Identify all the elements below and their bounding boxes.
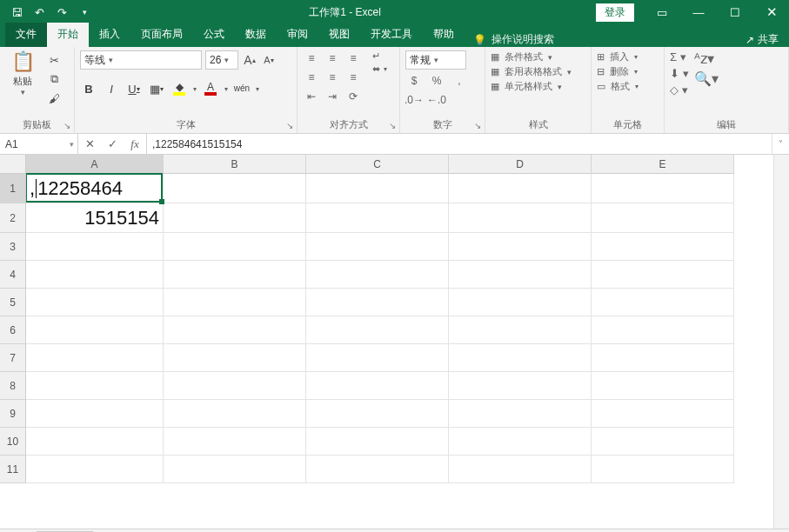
- paste-button[interactable]: 📋 粘贴 ▾: [5, 50, 40, 96]
- fill-color-button[interactable]: ◆: [171, 80, 188, 97]
- row-header-3[interactable]: 3: [0, 233, 26, 261]
- cell-c3[interactable]: [306, 233, 449, 261]
- row-header-11[interactable]: 11: [0, 456, 26, 483]
- cell-c10[interactable]: [306, 428, 449, 456]
- accounting-format-icon[interactable]: $: [405, 73, 423, 89]
- tab-home[interactable]: 开始: [47, 23, 89, 47]
- cell-a2[interactable]: 1515154: [26, 203, 164, 233]
- cell-a7[interactable]: [26, 344, 164, 372]
- cell-e3[interactable]: [592, 233, 734, 261]
- row-header-6[interactable]: 6: [0, 316, 26, 344]
- align-left-icon[interactable]: ≡: [303, 70, 320, 85]
- row-header-5[interactable]: 5: [0, 289, 26, 316]
- cell-c7[interactable]: [306, 344, 449, 372]
- formula-input[interactable]: ,122584641515154: [147, 134, 772, 154]
- number-format-combo[interactable]: 常规 ▾: [405, 50, 466, 70]
- cell-a11[interactable]: [26, 456, 164, 483]
- dialog-launcher-icon[interactable]: ↘: [64, 121, 70, 130]
- cell-c9[interactable]: [306, 400, 449, 428]
- row-header-9[interactable]: 9: [0, 400, 26, 428]
- percent-format-icon[interactable]: %: [428, 73, 445, 89]
- cell-styles-button[interactable]: ▦单元格样式▾: [491, 80, 572, 93]
- tell-me[interactable]: 💡 操作说明搜索: [473, 32, 554, 47]
- cell-c8[interactable]: [306, 372, 449, 400]
- cell-e4[interactable]: [592, 261, 734, 289]
- decrease-decimal-icon[interactable]: ←.0: [428, 92, 445, 108]
- tab-help[interactable]: 帮助: [423, 23, 465, 47]
- qat-customize-icon[interactable]: ▾: [75, 3, 94, 22]
- cell-e1[interactable]: [592, 174, 734, 203]
- cell-d9[interactable]: [449, 400, 592, 428]
- cell-c2[interactable]: [306, 203, 449, 233]
- cell-d11[interactable]: [449, 456, 592, 483]
- tab-review[interactable]: 审阅: [277, 23, 318, 47]
- cell-c5[interactable]: [306, 289, 449, 316]
- grow-font-icon[interactable]: A▴: [242, 50, 257, 70]
- cell-d4[interactable]: [449, 261, 592, 289]
- cell-a10[interactable]: [26, 428, 164, 456]
- cell-b1[interactable]: [164, 174, 306, 203]
- cells-area[interactable]: ,,1225846412258464 1515154: [26, 174, 773, 483]
- col-header-e[interactable]: E: [592, 155, 734, 174]
- close-icon[interactable]: ✕: [754, 0, 789, 24]
- redo-icon[interactable]: ↷: [52, 3, 71, 22]
- col-header-b[interactable]: B: [164, 155, 306, 174]
- cell-a8[interactable]: [26, 372, 164, 400]
- save-icon[interactable]: 🖫: [7, 3, 26, 22]
- cell-c4[interactable]: [306, 261, 449, 289]
- cell-b5[interactable]: [164, 289, 306, 316]
- cell-e2[interactable]: [592, 203, 734, 233]
- italic-button[interactable]: I: [103, 80, 120, 97]
- expand-formula-bar-icon[interactable]: ˅: [772, 134, 789, 154]
- ribbon-options-icon[interactable]: ▭: [645, 0, 679, 24]
- tab-page-layout[interactable]: 页面布局: [130, 23, 193, 47]
- col-header-a[interactable]: A: [26, 155, 164, 174]
- cell-b6[interactable]: [164, 316, 306, 344]
- tab-developer[interactable]: 开发工具: [360, 23, 423, 47]
- increase-decimal-icon[interactable]: .0→: [405, 92, 423, 108]
- name-box[interactable]: A1 ▾: [0, 134, 78, 154]
- row-header-1[interactable]: 1: [0, 174, 26, 203]
- cell-b8[interactable]: [164, 372, 306, 400]
- tab-formulas[interactable]: 公式: [193, 23, 235, 47]
- copy-icon[interactable]: ⧉: [45, 71, 63, 87]
- login-button[interactable]: 登录: [596, 3, 634, 22]
- bold-button[interactable]: B: [80, 80, 97, 97]
- cancel-edit-icon[interactable]: ✕: [78, 137, 101, 150]
- col-header-c[interactable]: C: [306, 155, 449, 174]
- minimize-icon[interactable]: —: [681, 0, 716, 24]
- cell-d6[interactable]: [449, 316, 592, 344]
- font-name-combo[interactable]: 等线 ▾: [80, 50, 202, 70]
- tab-data[interactable]: 数据: [235, 23, 277, 47]
- cell-a5[interactable]: [26, 289, 164, 316]
- cell-e9[interactable]: [592, 400, 734, 428]
- row-header-8[interactable]: 8: [0, 372, 26, 400]
- orientation-icon[interactable]: ⟳: [344, 89, 362, 104]
- cell-d3[interactable]: [449, 233, 592, 261]
- align-bottom-icon[interactable]: ≡: [344, 50, 362, 66]
- insert-function-icon[interactable]: fx: [124, 137, 146, 151]
- format-as-table-button[interactable]: ▦套用表格格式▾: [491, 65, 572, 78]
- insert-cells-button[interactable]: ⊞插入▾: [597, 50, 639, 63]
- row-header-4[interactable]: 4: [0, 261, 26, 289]
- confirm-edit-icon[interactable]: ✓: [101, 137, 124, 150]
- row-header-10[interactable]: 10: [0, 428, 26, 456]
- format-painter-icon[interactable]: 🖌: [45, 90, 63, 106]
- cell-b3[interactable]: [164, 233, 306, 261]
- align-right-icon[interactable]: ≡: [344, 70, 362, 85]
- delete-cells-button[interactable]: ⊟删除▾: [597, 65, 639, 78]
- dialog-launcher-icon[interactable]: ↘: [286, 121, 293, 130]
- align-top-icon[interactable]: ≡: [303, 50, 320, 66]
- cell-c11[interactable]: [306, 456, 449, 483]
- comma-format-icon[interactable]: ,: [451, 73, 468, 89]
- cell-a3[interactable]: [26, 233, 164, 261]
- wrap-text-button[interactable]: ↵: [372, 50, 387, 62]
- font-color-button[interactable]: A: [202, 80, 219, 97]
- phonetic-button[interactable]: wén: [233, 80, 251, 97]
- share-button[interactable]: ↗ 共享: [746, 32, 784, 47]
- row-header-2[interactable]: 2: [0, 203, 26, 233]
- decrease-indent-icon[interactable]: ⇤: [303, 89, 320, 104]
- chevron-down-icon[interactable]: ▾: [193, 85, 197, 93]
- cell-d1[interactable]: [449, 174, 592, 203]
- format-cells-button[interactable]: ▭格式▾: [597, 80, 639, 93]
